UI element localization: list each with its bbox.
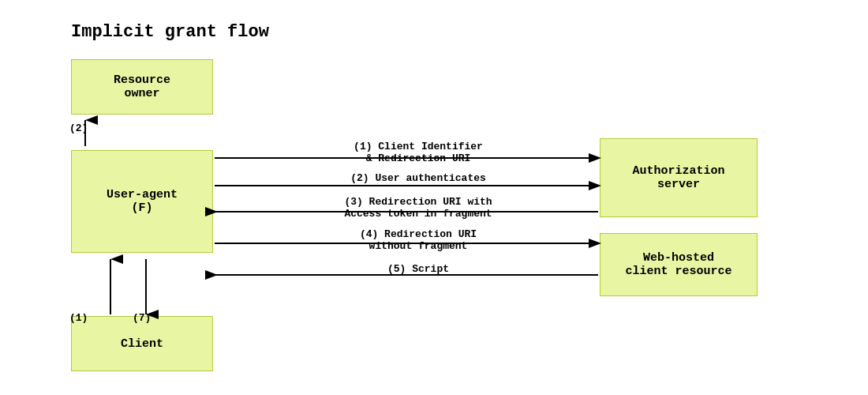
auth-server-box: Authorization server bbox=[600, 138, 758, 217]
web-hosted-label-line2: client resource bbox=[625, 265, 731, 278]
auth-server-label-line2: server bbox=[632, 178, 724, 191]
vert-label-2: (2) bbox=[69, 122, 88, 134]
web-hosted-box: Web-hosted client resource bbox=[600, 233, 758, 296]
user-agent-box: User-agent (F) bbox=[71, 150, 213, 253]
client-box: Client bbox=[71, 316, 213, 371]
diagram-title: Implicit grant flow bbox=[71, 22, 269, 42]
resource-owner-label-line1: Resource bbox=[114, 73, 170, 87]
user-agent-label-line2: (F) bbox=[107, 201, 178, 215]
web-hosted-label-line1: Web-hosted bbox=[625, 251, 731, 265]
client-label: Client bbox=[121, 337, 163, 351]
resource-owner-box: Resource owner bbox=[71, 59, 213, 115]
user-agent-label-line1: User-agent bbox=[107, 188, 178, 201]
auth-server-label-line1: Authorization bbox=[632, 164, 724, 178]
msg2-label: (2) User authenticates bbox=[300, 172, 537, 184]
msg3-label: (3) Redirection URI with Access token in… bbox=[300, 196, 537, 220]
msg5-label: (5) Script bbox=[300, 263, 537, 275]
vert-label-7: (7) bbox=[133, 312, 151, 324]
diagram-container: Implicit grant flow Resource owner User-… bbox=[0, 0, 868, 395]
msg1-label: (1) Client Identifier & Redirection URI bbox=[300, 141, 537, 164]
resource-owner-label-line2: owner bbox=[114, 87, 170, 100]
msg4-label: (4) Redirection URI without fragment bbox=[300, 228, 537, 252]
vert-label-1: (1) bbox=[69, 312, 88, 324]
